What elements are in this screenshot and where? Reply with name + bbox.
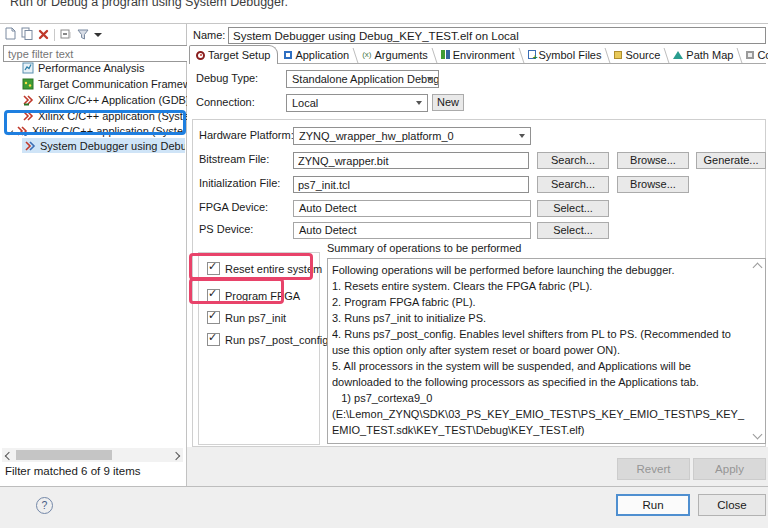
- symbol-files-icon: [528, 50, 536, 59]
- environment-icon: [441, 50, 450, 59]
- annotation-red-box-reset: [189, 253, 313, 280]
- tab-common[interactable]: Common: [740, 46, 768, 63]
- scroll-right-icon[interactable]: [171, 449, 183, 461]
- init-file-input[interactable]: [293, 176, 529, 193]
- bitstream-browse-button[interactable]: Browse...: [617, 152, 689, 169]
- tab-target-setup[interactable]: Target Setup: [189, 45, 278, 64]
- tab-source[interactable]: Source: [608, 46, 667, 63]
- fpga-device-field: Auto Detect: [293, 200, 531, 217]
- run-ps7-post-config-checkbox[interactable]: Run ps7_post_config: [207, 333, 328, 346]
- summary-text: Following operations will be performed b…: [332, 262, 750, 440]
- target-setup-icon: [196, 51, 205, 60]
- annotation-red-box-program-fpga: [189, 278, 284, 304]
- bitstream-label: Bitstream File:: [199, 151, 269, 168]
- revert-button[interactable]: Revert: [617, 458, 690, 480]
- run-ps7-init-checkbox[interactable]: Run ps7_init: [207, 311, 286, 324]
- summary-textarea[interactable]: Following operations will be performed b…: [327, 258, 766, 444]
- ps-device-field: Auto Detect: [293, 222, 531, 239]
- debug-type-label: Debug Type:: [196, 70, 258, 87]
- application-icon: [284, 51, 292, 59]
- name-label: Name:: [193, 27, 225, 44]
- xilinx-sdk-debug-configurations-dialog: Run or Debug a program using System Debu…: [0, 0, 768, 528]
- system-debugger-icon: [24, 140, 36, 152]
- configurations-sidebar: Performance Analysis Target Communicatio…: [0, 24, 186, 486]
- connection-combo[interactable]: Local: [286, 94, 428, 112]
- checkbox-icon[interactable]: [207, 333, 220, 346]
- collapse-all-icon[interactable]: [60, 26, 72, 44]
- tree-item-xilinx-gdb[interactable]: Xilinx C/C++ Application (GDB): [0, 92, 205, 107]
- bitstream-generate-button[interactable]: Generate...: [696, 152, 766, 169]
- init-browse-button[interactable]: Browse...: [617, 176, 689, 193]
- debug-type-combo[interactable]: Standalone Application Debug: [286, 70, 439, 88]
- close-button[interactable]: Close: [698, 494, 766, 516]
- annotation-blue-box: [4, 110, 186, 135]
- bitstream-search-button[interactable]: Search...: [537, 152, 609, 169]
- tree-item-performance-analysis[interactable]: Performance Analysis: [0, 60, 205, 75]
- tab-arguments[interactable]: (x) Arguments: [356, 46, 435, 63]
- config-main-panel: Name: Target Setup Application (x) Argum…: [187, 24, 768, 486]
- help-icon[interactable]: ?: [36, 497, 53, 514]
- sidebar-toolbar: [5, 28, 102, 42]
- scroll-left-icon[interactable]: [2, 449, 14, 461]
- new-connection-button[interactable]: New: [432, 94, 464, 111]
- checkbox-icon[interactable]: [207, 311, 220, 324]
- hardware-platform-label: Hardware Platform:: [199, 127, 294, 144]
- arguments-icon: (x): [362, 51, 371, 59]
- delete-icon[interactable]: [38, 26, 49, 44]
- tab-application[interactable]: Application: [278, 46, 356, 63]
- duplicate-icon[interactable]: [21, 26, 33, 44]
- ps-device-label: PS Device:: [199, 221, 253, 238]
- new-config-icon[interactable]: [5, 26, 16, 44]
- sidebar-horizontal-scrollbar[interactable]: [2, 448, 183, 462]
- summary-title: Summary of operations to be performed: [327, 242, 521, 254]
- apply-bar: Revert Apply: [187, 447, 768, 486]
- tcf-icon: [22, 78, 34, 90]
- tab-path-map[interactable]: Path Map: [667, 46, 740, 63]
- fpga-select-button[interactable]: Select...: [537, 200, 609, 217]
- tab-bar: Target Setup Application (x) Arguments E…: [189, 46, 766, 64]
- name-input[interactable]: [228, 27, 766, 44]
- tab-symbol-files[interactable]: Symbol Files: [522, 46, 609, 63]
- tree-item-system-debugger[interactable]: System Debugger using Debu: [22, 138, 185, 153]
- dialog-body: Performance Analysis Target Communicatio…: [0, 24, 768, 487]
- view-menu-caret-icon[interactable]: [94, 33, 102, 37]
- connection-label: Connection:: [196, 94, 255, 111]
- fpga-device-label: FPGA Device:: [199, 199, 268, 216]
- toolbar-separator: [54, 29, 55, 41]
- tab-environment[interactable]: Environment: [435, 46, 522, 63]
- dialog-description-strip: Run or Debug a program using System Debu…: [0, 0, 768, 24]
- scroll-up-icon[interactable]: [753, 263, 763, 273]
- tree-item-target-communication-framework[interactable]: Target Communication Framewc: [0, 76, 205, 91]
- performance-analysis-icon: [22, 62, 34, 74]
- path-map-icon: [673, 51, 683, 59]
- common-icon: [746, 51, 754, 59]
- filter-status: Filter matched 6 of 9 items: [5, 465, 141, 477]
- dialog-description: Run or Debug a program using System Debu…: [10, 0, 288, 9]
- run-button[interactable]: Run: [616, 494, 690, 516]
- scrollbar-thumb[interactable]: [16, 450, 112, 460]
- apply-button[interactable]: Apply: [693, 458, 766, 480]
- source-icon: [614, 51, 622, 59]
- bitstream-input[interactable]: [293, 152, 529, 169]
- init-search-button[interactable]: Search...: [537, 176, 609, 193]
- hardware-platform-combo[interactable]: ZYNQ_wrapper_hw_platform_0: [293, 127, 531, 145]
- init-file-label: Initialization File:: [199, 175, 280, 192]
- dialog-footer: ? Run Close: [0, 487, 768, 528]
- scroll-down-icon[interactable]: [753, 430, 763, 440]
- filter-icon[interactable]: [77, 26, 89, 44]
- ps-select-button[interactable]: Select...: [537, 222, 609, 239]
- scrollbar-track[interactable]: [14, 450, 171, 460]
- xilinx-gdb-icon: [22, 94, 34, 106]
